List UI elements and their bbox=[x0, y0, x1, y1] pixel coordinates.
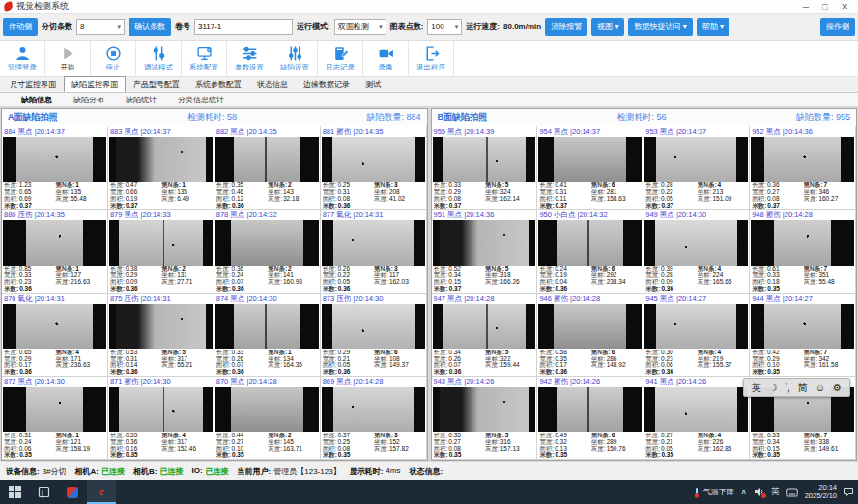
tab-main-2[interactable]: 产品型号配置 bbox=[126, 76, 187, 92]
defect-cell-884[interactable]: 884 黑点 |20:14:37长度:1.23宽度:0.65面积:0.69米数:… bbox=[2, 126, 108, 210]
defect-cell-877[interactable]: 877 氧化 |20:14:31长度:0.26宽度:0.22面积:0.05米数:… bbox=[321, 210, 427, 293]
defect-image[interactable] bbox=[751, 304, 854, 349]
parameter-settings-button[interactable]: 参数设置 bbox=[227, 41, 272, 76]
defect-cell-947[interactable]: 947 黑点 |20:14:28长度:0.34宽度:0.26面积:0.07米数:… bbox=[432, 294, 538, 377]
tab-main-3[interactable]: 系统参数配置 bbox=[187, 76, 249, 92]
defect-cell-869[interactable]: 869 黑点 |20:14:28长度:0.37宽度:0.25面积:0.08米数:… bbox=[321, 377, 427, 460]
defect-cell-950[interactable]: 950 小白点 |20:14:32长度:0.24宽度:0.19面积:0.04米数… bbox=[537, 210, 644, 293]
defect-image[interactable] bbox=[433, 137, 536, 182]
tab-main-6[interactable]: 测试 bbox=[358, 76, 388, 92]
tab-main-5[interactable]: 边缘数据记录 bbox=[296, 76, 358, 92]
start-button[interactable]: 开始 bbox=[45, 41, 91, 76]
weather-widget[interactable]: 气温下降 bbox=[693, 487, 734, 498]
tab-main-4[interactable]: 状态信息 bbox=[249, 76, 296, 92]
defect-cell-870[interactable]: 870 黑点 |20:14:28长度:0.44宽度:0.27面积:0.10米数:… bbox=[214, 377, 321, 460]
data-quick-access-button[interactable]: 数据快捷访问 ▾ bbox=[628, 18, 692, 36]
exit-program-button[interactable]: 退出程序 bbox=[409, 41, 454, 76]
defect-cell-948[interactable]: 948 擦伤 |20:14:28长度:0.61宽度:0.33面积:0.18米数:… bbox=[750, 210, 856, 293]
defect-cell-952[interactable]: 952 黑点 |20:14:36长度:0.36宽度:0.27面积:0.08米数:… bbox=[750, 126, 856, 210]
defect-cell-945[interactable]: 945 黑点 |20:14:27长度:0.30宽度:0.23面积:0.06米数:… bbox=[644, 294, 750, 377]
keyboard-icon[interactable] bbox=[786, 488, 798, 497]
defect-cell-879[interactable]: 879 黑点 |20:14:33长度:0.38宽度:0.29面积:0.09米数:… bbox=[108, 210, 214, 293]
defect-cell-882[interactable]: 882 黑点 |20:14:35长度:0.35宽度:0.46面积:0.12米数:… bbox=[214, 126, 321, 210]
ime-item-3[interactable]: 简 bbox=[798, 383, 808, 393]
volume-button[interactable] bbox=[754, 487, 764, 497]
defect-image[interactable] bbox=[433, 220, 536, 265]
tab-main-0[interactable]: 尺寸监控界面 bbox=[2, 76, 64, 92]
defect-cell-876[interactable]: 876 氧化 |20:14:31长度:0.65宽度:0.29面积:0.17米数:… bbox=[2, 294, 108, 377]
defect-image[interactable] bbox=[538, 220, 642, 265]
defect-image[interactable] bbox=[109, 220, 213, 265]
active-app-button[interactable]: e bbox=[87, 480, 116, 504]
ime-item-1[interactable]: ☽ bbox=[769, 383, 778, 393]
defect-image[interactable] bbox=[751, 137, 854, 182]
defect-image[interactable] bbox=[644, 220, 748, 265]
defect-image[interactable] bbox=[109, 304, 213, 349]
defect-image[interactable] bbox=[433, 387, 536, 432]
debug-mode-button[interactable]: 调试模式 bbox=[136, 41, 182, 76]
defect-cell-944[interactable]: 944 黑点 |20:14:27长度:0.42宽度:0.29面积:0.10米数:… bbox=[750, 294, 856, 377]
start-menu-button[interactable] bbox=[0, 480, 29, 504]
defect-image[interactable] bbox=[644, 387, 748, 432]
defect-cell-880[interactable]: 880 压伤 |20:14:35长度:0.85宽度:0.33面积:0.23米数:… bbox=[2, 210, 108, 293]
defect-image[interactable] bbox=[322, 387, 425, 432]
clock[interactable]: 20:14 2025/2/10 bbox=[805, 484, 837, 500]
defect-cell-943[interactable]: 943 黑点 |20:14:26长度:0.35宽度:0.27面积:0.08米数:… bbox=[432, 377, 538, 460]
operator-side-button[interactable]: 操作侧 bbox=[820, 18, 855, 36]
ime-item-4[interactable]: ☺ bbox=[815, 383, 825, 393]
defect-image[interactable] bbox=[538, 137, 642, 182]
defect-cell-875[interactable]: 875 压伤 |20:14:31长度:0.53宽度:0.31面积:0.14米数:… bbox=[108, 294, 214, 377]
defect-cell-953[interactable]: 953 黑点 |20:14:37长度:0.28宽度:0.22面积:0.05米数:… bbox=[644, 126, 750, 210]
defect-image[interactable] bbox=[215, 387, 319, 432]
defect-image[interactable] bbox=[3, 304, 106, 349]
run-mode-select[interactable]: 双面检测 ▾ bbox=[334, 19, 386, 35]
defect-image[interactable] bbox=[644, 304, 748, 349]
tab-sub-2[interactable]: 缺陷统计 bbox=[126, 95, 157, 105]
split-count-select[interactable]: 8 ▾ bbox=[76, 19, 125, 35]
defect-cell-881[interactable]: 881 擦伤 |20:14:35长度:0.25宽度:0.31面积:0.08米数:… bbox=[321, 126, 427, 210]
defect-image[interactable] bbox=[644, 137, 748, 182]
defect-image[interactable] bbox=[538, 387, 642, 432]
system-config-button[interactable]: 系统配置 bbox=[182, 41, 227, 76]
defect-cell-878[interactable]: 878 黑点 |20:14:32长度:0.36宽度:0.24面积:0.07米数:… bbox=[214, 210, 321, 293]
defect-settings-button[interactable]: 缺陷设置 bbox=[272, 41, 318, 76]
defect-cell-946[interactable]: 946 擦伤 |20:14:28长度:0.58宽度:0.35面积:0.17米数:… bbox=[537, 294, 644, 377]
admin-login-button[interactable]: 管理登录 bbox=[0, 41, 45, 76]
defect-image[interactable] bbox=[215, 220, 319, 265]
ime-item-2[interactable]: ’, bbox=[786, 383, 790, 393]
defect-image[interactable] bbox=[322, 304, 425, 349]
defect-cell-954[interactable]: 954 黑点 |20:14:37长度:0.41宽度:0.31面积:0.11米数:… bbox=[537, 126, 644, 210]
defect-cell-955[interactable]: 955 黑点 |20:14:39长度:0.33宽度:0.29面积:0.08米数:… bbox=[432, 126, 538, 210]
defect-cell-872[interactable]: 872 黑点 |20:14:30长度:0.31宽度:0.24面积:0.06米数:… bbox=[2, 377, 108, 460]
ime-item-5[interactable]: ⚙ bbox=[833, 383, 842, 393]
defect-image[interactable] bbox=[109, 137, 213, 182]
defect-image[interactable] bbox=[215, 304, 319, 349]
minimize-button[interactable]: ─ bbox=[803, 2, 809, 12]
defect-cell-874[interactable]: 874 黑点 |20:14:30长度:0.33宽度:0.26面积:0.07米数:… bbox=[214, 294, 321, 377]
defect-cell-951[interactable]: 951 黑点 |20:14:36长度:0.52宽度:0.34面积:0.15米数:… bbox=[432, 210, 538, 293]
defect-cell-871[interactable]: 871 擦伤 |20:14:30长度:0.55宽度:0.36面积:0.16米数:… bbox=[108, 377, 214, 460]
defect-image[interactable] bbox=[538, 304, 642, 349]
close-button[interactable]: ✕ bbox=[841, 2, 848, 12]
ime-item-0[interactable]: 英 bbox=[752, 383, 761, 393]
roll-number-input[interactable] bbox=[194, 19, 293, 35]
help-menu-button[interactable]: 帮助 ▾ bbox=[697, 18, 729, 36]
defect-cell-942[interactable]: 942 擦伤 |20:14:26长度:0.49宽度:0.32面积:0.13米数:… bbox=[537, 377, 644, 460]
defect-image[interactable] bbox=[3, 137, 106, 182]
task-view-button[interactable] bbox=[29, 480, 58, 504]
defect-image[interactable] bbox=[109, 387, 213, 432]
maximize-button[interactable]: □ bbox=[822, 2, 827, 12]
defect-cell-883[interactable]: 883 黑点 |20:14:37长度:0.47宽度:0.66面积:0.19米数:… bbox=[108, 126, 214, 210]
action-center-icon[interactable] bbox=[844, 487, 854, 497]
taskbar-app-button[interactable] bbox=[58, 480, 87, 504]
defect-image[interactable] bbox=[322, 137, 425, 182]
defect-image[interactable] bbox=[3, 220, 106, 265]
defect-cell-873[interactable]: 873 压伤 |20:14:30长度:0.29宽度:0.21面积:0.05米数:… bbox=[321, 294, 427, 377]
stop-button[interactable]: 停止 bbox=[91, 41, 136, 76]
defect-cell-941[interactable]: 941 黑点 |20:14:26长度:0.27宽度:0.21面积:0.05米数:… bbox=[644, 377, 750, 460]
defect-image[interactable] bbox=[433, 304, 536, 349]
tab-sub-3[interactable]: 分类信息统计 bbox=[178, 95, 224, 105]
defect-image[interactable] bbox=[751, 220, 854, 265]
record-video-button[interactable]: 录像 bbox=[363, 41, 409, 76]
defect-image[interactable] bbox=[322, 220, 425, 265]
